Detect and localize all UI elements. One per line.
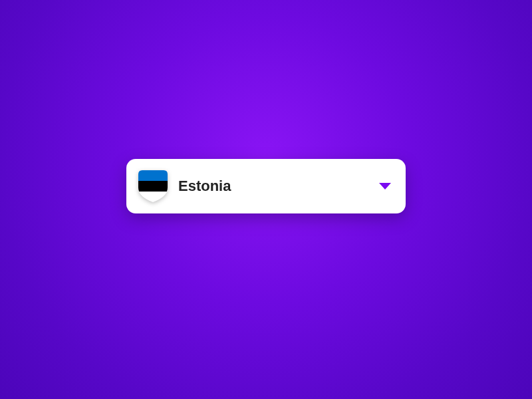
svg-rect-1 — [138, 181, 168, 192]
svg-rect-2 — [138, 192, 168, 202]
svg-rect-0 — [138, 170, 168, 181]
country-dropdown[interactable]: Estonia — [126, 159, 406, 213]
chevron-down-icon — [379, 183, 391, 190]
country-selected-label: Estonia — [178, 178, 379, 195]
estonia-flag-icon — [138, 170, 168, 202]
